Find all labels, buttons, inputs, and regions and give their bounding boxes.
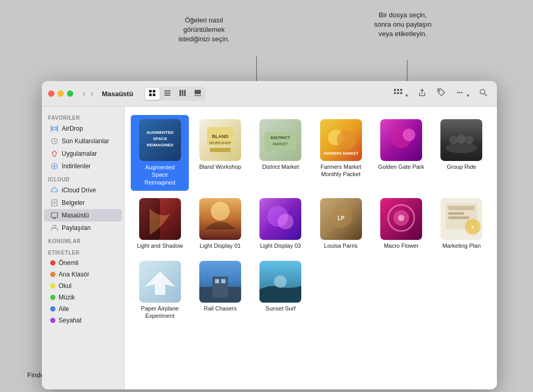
sidebar-label-downloads: İndirilenler: [62, 163, 90, 170]
sidebar-label-apps: Uygulamalar: [62, 150, 97, 157]
sidebar-item-tag-aile[interactable]: Aile: [44, 303, 122, 315]
tag-seyahat-dot: [50, 318, 55, 323]
svg-rect-90: [221, 279, 225, 283]
file-thumb-louisa: LP: [320, 198, 362, 240]
tag-okul-dot: [50, 283, 55, 289]
sidebar-label-masaustu: Masaüstü: [62, 212, 89, 219]
traffic-lights: [48, 90, 73, 97]
sidebar-label-belgeler: Belgeler: [62, 199, 85, 206]
svg-rect-9: [184, 90, 186, 96]
airdrop-icon: [50, 124, 59, 133]
share-button[interactable]: [415, 86, 429, 101]
search-button[interactable]: [476, 86, 491, 101]
sidebar-item-paylasilam[interactable]: Paylaşılan: [44, 222, 122, 234]
svg-point-62: [465, 136, 473, 144]
sidebar-item-tag-muzik[interactable]: Müzik: [44, 292, 122, 303]
sidebar-section-icloud: iCloud: [42, 172, 124, 184]
sidebar-item-icloud-drive[interactable]: iCloud Drive: [44, 184, 122, 197]
file-item-macro[interactable]: Macro Flower: [372, 194, 430, 253]
paylasilam-icon: [50, 224, 59, 232]
icon-view-button[interactable]: [145, 88, 160, 100]
file-item-golden[interactable]: Golden Gate Park: [372, 115, 430, 191]
sidebar-label-tag-okul: Okul: [59, 282, 72, 290]
file-item-lightshad[interactable]: Light and Shadow: [131, 194, 189, 253]
file-grid: AUGMENTED SPACE REIMAGINED Augmented Spa…: [131, 115, 491, 324]
svg-rect-80: [448, 212, 464, 215]
gallery-view-button[interactable]: [190, 88, 205, 100]
close-button[interactable]: [48, 90, 54, 97]
sidebar-item-airdrop[interactable]: AirDrop: [44, 122, 122, 135]
tag-muzik-dot: [50, 295, 55, 300]
sidebar-label-tag-aile: Aile: [59, 305, 69, 313]
file-item-augmented[interactable]: AUGMENTED SPACE REIMAGINED Augmented Spa…: [131, 115, 189, 191]
svg-rect-17: [394, 92, 396, 94]
svg-text:WORKSHOP: WORKSHOP: [209, 141, 231, 145]
file-item-group[interactable]: Group Ride: [433, 115, 491, 191]
file-label-lightshad: Light and Shadow: [137, 242, 183, 249]
svg-point-25: [480, 89, 485, 94]
location-title: Masaüstü: [102, 90, 133, 98]
file-thumb-sunset: [259, 261, 301, 303]
sidebar-item-tag-onemli[interactable]: Önemli: [44, 257, 122, 269]
svg-rect-8: [182, 90, 183, 96]
forward-button[interactable]: ›: [88, 88, 95, 99]
sidebar-item-masaustu[interactable]: Masaüstü: [44, 209, 122, 222]
file-label-group: Group Ride: [447, 163, 476, 170]
file-thumb-group: [440, 119, 482, 161]
sidebar-item-downloads[interactable]: İndirilenler: [44, 160, 122, 172]
sidebar-item-tag-seyahat[interactable]: Seyahat: [44, 315, 122, 326]
svg-point-21: [439, 90, 440, 91]
svg-text:DISTRICT: DISTRICT: [271, 135, 290, 140]
list-view-button[interactable]: [160, 88, 175, 100]
svg-rect-11: [195, 95, 196, 96]
fullscreen-button[interactable]: [67, 90, 73, 97]
svg-text:SPACE: SPACE: [153, 136, 167, 141]
view-switcher: [144, 87, 206, 101]
svg-point-92: [274, 275, 287, 288]
file-item-lightd01[interactable]: Light Display 01: [191, 194, 249, 253]
file-item-rail[interactable]: Rail Chasers: [191, 257, 249, 324]
sidebar-section-etiketler: Etiketler: [42, 246, 124, 257]
tag-button[interactable]: [434, 86, 448, 101]
svg-text:MARKET: MARKET: [273, 142, 289, 146]
sidebar: Favoriler AirDrop Son Kullanılanlar Uygu…: [42, 107, 124, 389]
sidebar-item-tag-okul[interactable]: Okul: [44, 280, 122, 292]
file-thumb-lightd03: [259, 198, 301, 240]
back-button[interactable]: ‹: [81, 88, 87, 99]
svg-rect-5: [164, 93, 171, 94]
file-label-sunset: Sunset Surf: [266, 305, 296, 312]
column-view-button[interactable]: [175, 88, 190, 100]
file-item-farmers[interactable]: FARMERS MARKET Farmers Market Monthly Pa…: [312, 115, 370, 191]
file-item-louisa[interactable]: LP Louisa Parris: [312, 194, 370, 253]
file-label-bland: Bland Workshop: [199, 163, 242, 170]
file-thumb-bland: BLAND WORKSHOP: [199, 119, 241, 161]
file-item-lightd03[interactable]: Light Display 03: [252, 194, 310, 253]
svg-point-59: [446, 143, 477, 153]
svg-rect-34: [51, 213, 58, 217]
file-thumb-paper: [139, 261, 181, 303]
more-button[interactable]: ▾: [452, 86, 472, 101]
svg-point-23: [459, 92, 460, 94]
finder-window: ‹ › Masaüstü ▾: [42, 81, 497, 389]
file-item-bland[interactable]: BLAND WORKSHOP Bland Workshop: [191, 115, 249, 191]
callout-share-tag: Bir dosya seçin,sonra onu paylaşınveya e…: [356, 10, 450, 39]
file-thumb-macro: [380, 198, 422, 240]
masaustu-icon: [50, 211, 59, 220]
sidebar-item-belgeler[interactable]: Belgeler: [44, 197, 122, 209]
group-button[interactable]: ▾: [391, 86, 410, 101]
file-thumb-lightd01: [199, 198, 241, 240]
file-thumb-augmented: AUGMENTED SPACE REIMAGINED: [139, 119, 181, 161]
minimize-button[interactable]: [58, 90, 64, 97]
file-item-sunset[interactable]: Sunset Surf: [252, 257, 310, 324]
sidebar-label-icloud-drive: iCloud Drive: [62, 187, 96, 194]
file-item-paper[interactable]: Paper Airplane Experiment: [131, 257, 189, 324]
file-thumb-farmers: FARMERS MARKET: [320, 119, 362, 161]
sidebar-item-recent[interactable]: Son Kullanılanlar: [44, 135, 122, 147]
file-label-paper: Paper Airplane Experiment: [137, 305, 184, 320]
sidebar-item-apps[interactable]: Uygulamalar: [44, 147, 122, 160]
sidebar-item-tag-ana[interactable]: Ana Klasör: [44, 269, 122, 280]
titlebar: ‹ › Masaüstü ▾: [42, 81, 497, 107]
file-item-district[interactable]: DISTRICT MARKET District Market: [252, 115, 310, 191]
file-item-marketing[interactable]: $ Marketing Plan: [433, 194, 491, 253]
content-area: Favoriler AirDrop Son Kullanılanlar Uygu…: [42, 107, 497, 389]
